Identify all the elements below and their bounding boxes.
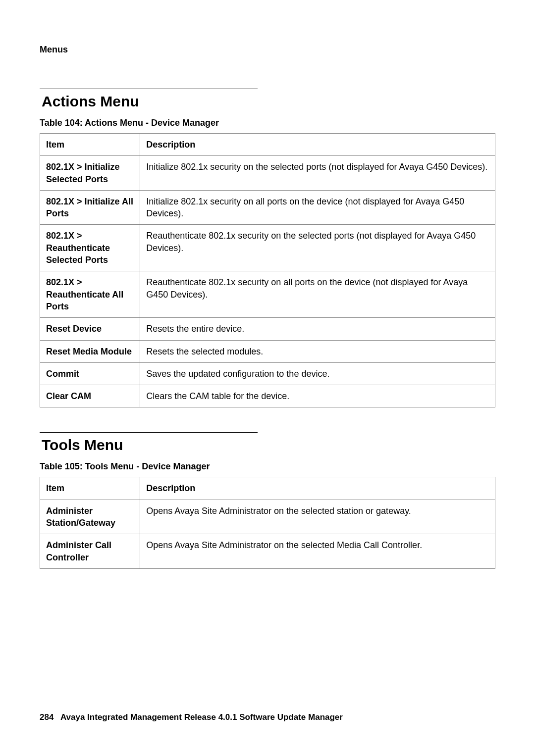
cell-item: 802.1X > Reauthenticate Selected Ports bbox=[40, 225, 140, 271]
tools-menu-section: Tools Menu Table 105: Tools Menu - Devic… bbox=[40, 432, 495, 568]
table-row: 802.1X > Reauthenticate All Ports Reauth… bbox=[40, 271, 495, 318]
table-row: 802.1X > Reauthenticate Selected Ports R… bbox=[40, 225, 495, 271]
cell-item: Administer Call Controller bbox=[40, 534, 140, 569]
table-104-caption: Table 104: Actions Menu - Device Manager bbox=[40, 118, 495, 128]
tools-menu-title: Tools Menu bbox=[42, 437, 495, 454]
cell-item: Reset Media Module bbox=[40, 340, 140, 362]
col-header-description: Description bbox=[140, 477, 495, 500]
actions-menu-title: Actions Menu bbox=[42, 93, 495, 110]
footer-text: Avaya Integrated Management Release 4.0.… bbox=[60, 712, 343, 722]
table-row: Commit Saves the updated configuration t… bbox=[40, 362, 495, 385]
cell-description: Opens Avaya Site Administrator on the se… bbox=[140, 500, 495, 534]
actions-menu-section: Actions Menu Table 104: Actions Menu - D… bbox=[40, 89, 495, 407]
cell-item: 802.1X > Reauthenticate All Ports bbox=[40, 271, 140, 318]
table-row: 802.1X > Initialize All Ports Initialize… bbox=[40, 190, 495, 225]
tools-menu-table: Item Description Administer Station/Gate… bbox=[40, 477, 495, 568]
page-footer: 284 Avaya Integrated Management Release … bbox=[40, 712, 343, 722]
table-row: Reset Media Module Resets the selected m… bbox=[40, 340, 495, 362]
table-row: Administer Station/Gateway Opens Avaya S… bbox=[40, 500, 495, 534]
cell-item: 802.1X > Initialize All Ports bbox=[40, 190, 140, 225]
col-header-item: Item bbox=[40, 477, 140, 500]
table-105-caption: Table 105: Tools Menu - Device Manager bbox=[40, 461, 495, 472]
cell-item: 802.1X > Initialize Selected Ports bbox=[40, 156, 140, 191]
cell-item: Administer Station/Gateway bbox=[40, 500, 140, 534]
table-row: Clear CAM Clears the CAM table for the d… bbox=[40, 385, 495, 407]
cell-description: Resets the selected modules. bbox=[140, 340, 495, 362]
cell-description: Saves the updated configuration to the d… bbox=[140, 362, 495, 385]
col-header-description: Description bbox=[140, 134, 495, 156]
section-divider bbox=[40, 89, 258, 89]
table-header-row: Item Description bbox=[40, 477, 495, 500]
cell-description: Reauthenticate 802.1x security on all po… bbox=[140, 271, 495, 318]
cell-item: Clear CAM bbox=[40, 385, 140, 407]
col-header-item: Item bbox=[40, 134, 140, 156]
table-row: Reset Device Resets the entire device. bbox=[40, 318, 495, 340]
page-header-label: Menus bbox=[40, 45, 495, 55]
page-number: 284 bbox=[40, 712, 54, 722]
table-row: 802.1X > Initialize Selected Ports Initi… bbox=[40, 156, 495, 191]
cell-item: Commit bbox=[40, 362, 140, 385]
cell-description: Reauthenticate 802.1x security on the se… bbox=[140, 225, 495, 271]
cell-item: Reset Device bbox=[40, 318, 140, 340]
section-divider bbox=[40, 432, 258, 433]
cell-description: Resets the entire device. bbox=[140, 318, 495, 340]
actions-menu-table: Item Description 802.1X > Initialize Sel… bbox=[40, 133, 495, 407]
cell-description: Clears the CAM table for the device. bbox=[140, 385, 495, 407]
cell-description: Opens Avaya Site Administrator on the se… bbox=[140, 534, 495, 569]
table-header-row: Item Description bbox=[40, 134, 495, 156]
table-row: Administer Call Controller Opens Avaya S… bbox=[40, 534, 495, 569]
cell-description: Initialize 802.1x security on the select… bbox=[140, 156, 495, 191]
cell-description: Initialize 802.1x security on all ports … bbox=[140, 190, 495, 225]
